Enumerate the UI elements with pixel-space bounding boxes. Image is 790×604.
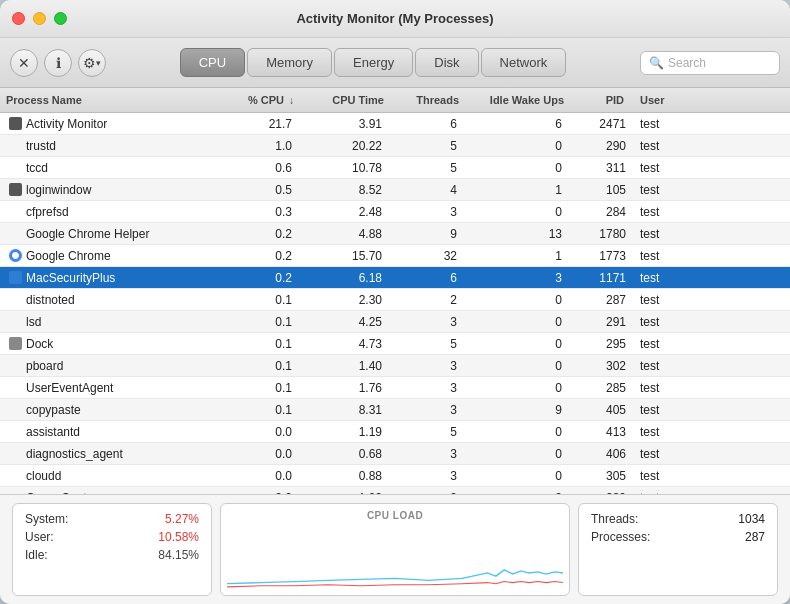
cell-threads: 9 xyxy=(390,227,465,241)
process-icon xyxy=(8,139,22,153)
table-row[interactable]: lsd 0.1 4.25 3 0 291 test xyxy=(0,311,790,333)
thread-stats-box: Threads: 1034 Processes: 287 xyxy=(578,503,778,596)
cell-cputime: 3.91 xyxy=(300,117,390,131)
close-button[interactable] xyxy=(12,12,25,25)
table-row[interactable]: cloudd 0.0 0.88 3 0 305 test xyxy=(0,465,790,487)
process-name: cfprefsd xyxy=(26,205,69,219)
process-icon xyxy=(8,161,22,175)
cell-pid: 285 xyxy=(570,381,630,395)
cell-threads: 6 xyxy=(390,117,465,131)
tab-network[interactable]: Network xyxy=(481,48,567,77)
cell-idlewake: 0 xyxy=(465,293,570,307)
process-icon xyxy=(8,293,22,307)
cell-threads: 5 xyxy=(390,425,465,439)
cell-threads: 3 xyxy=(390,205,465,219)
col-header-threads[interactable]: Threads xyxy=(390,92,465,108)
col-header-user[interactable]: User xyxy=(630,92,710,108)
x-button[interactable]: ✕ xyxy=(10,49,38,77)
cell-cputime: 0.88 xyxy=(300,469,390,483)
processes-stat-row: Processes: 287 xyxy=(591,530,765,544)
table-row[interactable]: diagnostics_agent 0.0 0.68 3 0 406 test xyxy=(0,443,790,465)
table-row[interactable]: pboard 0.1 1.40 3 0 302 test xyxy=(0,355,790,377)
cell-process: copypaste xyxy=(0,403,220,417)
table-row[interactable]: UserEventAgent 0.1 1.76 3 0 285 test xyxy=(0,377,790,399)
no-icon xyxy=(9,447,22,460)
process-icon xyxy=(8,227,22,241)
cell-user: test xyxy=(630,293,710,307)
table-row[interactable]: tccd 0.6 10.78 5 0 311 test xyxy=(0,157,790,179)
table-body[interactable]: Activity Monitor 21.7 3.91 6 6 2471 test… xyxy=(0,113,790,494)
table-row[interactable]: Google Chrome Helper 0.2 4.88 9 13 1780 … xyxy=(0,223,790,245)
process-icon xyxy=(8,381,22,395)
col-header-cpu[interactable]: % CPU ↓ xyxy=(220,92,300,108)
table-row[interactable]: distnoted 0.1 2.30 2 0 287 test xyxy=(0,289,790,311)
gear-button[interactable]: ⚙ ▾ xyxy=(78,49,106,77)
process-name: pboard xyxy=(26,359,63,373)
process-icon xyxy=(8,315,22,329)
system-label: System: xyxy=(25,512,68,526)
cell-user: test xyxy=(630,359,710,373)
cell-idlewake: 9 xyxy=(465,403,570,417)
search-box[interactable]: 🔍 xyxy=(640,51,780,75)
cell-cputime: 2.48 xyxy=(300,205,390,219)
col-header-idlewake[interactable]: Idle Wake Ups xyxy=(465,92,570,108)
table-row[interactable]: Dock 0.1 4.73 5 0 295 test xyxy=(0,333,790,355)
table-row[interactable]: Activity Monitor 21.7 3.91 6 6 2471 test xyxy=(0,113,790,135)
processes-label: Processes: xyxy=(591,530,650,544)
search-input[interactable] xyxy=(668,56,768,70)
cell-idlewake: 0 xyxy=(465,425,570,439)
gear-icon: ⚙ xyxy=(83,55,96,71)
minimize-button[interactable] xyxy=(33,12,46,25)
app-icon xyxy=(9,117,22,130)
cell-pid: 1780 xyxy=(570,227,630,241)
cell-idlewake: 0 xyxy=(465,315,570,329)
user-value: 10.58% xyxy=(158,530,199,544)
col-header-process[interactable]: Process Name xyxy=(0,92,220,108)
table-row[interactable]: copypaste 0.1 8.31 3 9 405 test xyxy=(0,399,790,421)
process-name: MacSecurityPlus xyxy=(26,271,115,285)
no-icon xyxy=(9,205,22,218)
maximize-button[interactable] xyxy=(54,12,67,25)
table-row[interactable]: cfprefsd 0.3 2.48 3 0 284 test xyxy=(0,201,790,223)
search-icon: 🔍 xyxy=(649,56,664,70)
table-row[interactable]: Google Chrome 0.2 15.70 32 1 1773 test xyxy=(0,245,790,267)
cell-idlewake: 6 xyxy=(465,117,570,131)
cell-user: test xyxy=(630,315,710,329)
no-icon xyxy=(9,293,22,306)
cell-threads: 5 xyxy=(390,139,465,153)
table-row[interactable]: CommCenter 0.0 1.92 9 0 289 test xyxy=(0,487,790,494)
idle-stat-row: Idle: 84.15% xyxy=(25,548,199,562)
cell-idlewake: 13 xyxy=(465,227,570,241)
cell-cpu: 0.1 xyxy=(220,403,300,417)
toolbar: ✕ ℹ ⚙ ▾ CPU Memory Energy Disk Network 🔍 xyxy=(0,38,790,88)
cell-cpu: 0.0 xyxy=(220,447,300,461)
cell-user: test xyxy=(630,161,710,175)
info-button[interactable]: ℹ xyxy=(44,49,72,77)
cell-process: Google Chrome xyxy=(0,249,220,263)
table-row[interactable]: MacSecurityPlus 0.2 6.18 6 3 1171 test xyxy=(0,267,790,289)
table-row[interactable]: assistantd 0.0 1.19 5 0 413 test xyxy=(0,421,790,443)
window-title: Activity Monitor (My Processes) xyxy=(296,11,493,26)
cell-pid: 287 xyxy=(570,293,630,307)
cell-pid: 413 xyxy=(570,425,630,439)
cell-idlewake: 0 xyxy=(465,359,570,373)
process-name: tccd xyxy=(26,161,48,175)
tab-disk[interactable]: Disk xyxy=(415,48,478,77)
table-row[interactable]: trustd 1.0 20.22 5 0 290 test xyxy=(0,135,790,157)
title-bar: Activity Monitor (My Processes) xyxy=(0,0,790,38)
cell-pid: 305 xyxy=(570,469,630,483)
tab-energy[interactable]: Energy xyxy=(334,48,413,77)
cell-user: test xyxy=(630,227,710,241)
tab-memory[interactable]: Memory xyxy=(247,48,332,77)
chevron-down-icon: ▾ xyxy=(96,58,101,68)
col-header-cputime[interactable]: CPU Time xyxy=(300,92,390,108)
tab-cpu[interactable]: CPU xyxy=(180,48,245,77)
col-header-pid[interactable]: PID xyxy=(570,92,630,108)
process-icon xyxy=(8,205,22,219)
stats-box: System: 5.27% User: 10.58% Idle: 84.15% xyxy=(12,503,212,596)
no-icon xyxy=(9,359,22,372)
no-icon xyxy=(9,403,22,416)
process-name: diagnostics_agent xyxy=(26,447,123,461)
table-row[interactable]: loginwindow 0.5 8.52 4 1 105 test xyxy=(0,179,790,201)
cell-cpu: 0.1 xyxy=(220,359,300,373)
